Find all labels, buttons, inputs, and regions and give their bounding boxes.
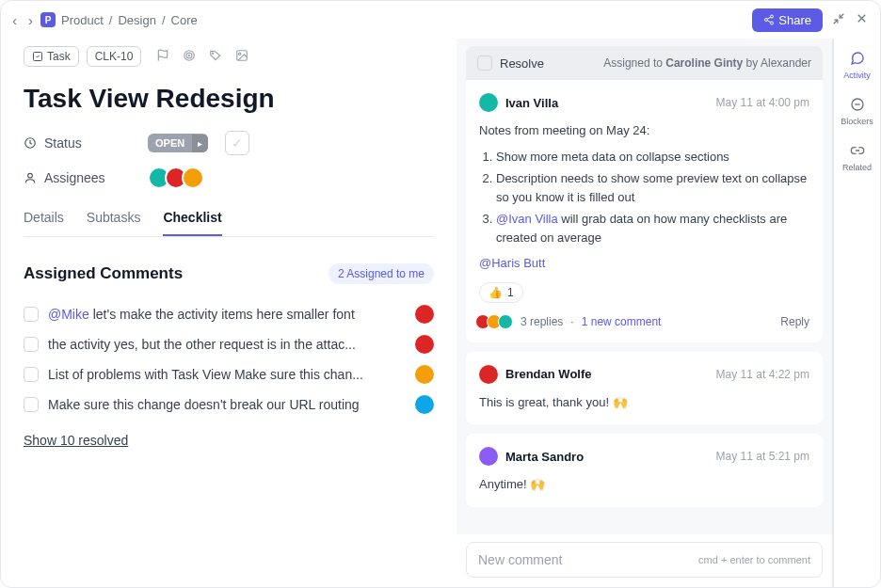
svg-point-7 — [213, 53, 214, 54]
comment-body: Notes from meeting on May 24: Show more … — [479, 121, 809, 273]
comment: Ivan VillaMay 11 at 4:00 pm Notes from m… — [466, 80, 823, 342]
list-item[interactable]: the activity yes, but the other request … — [24, 329, 434, 359]
svg-point-2 — [771, 22, 774, 24]
reaction-chip[interactable]: 👍1 — [479, 282, 523, 303]
comment-author: Ivan Villa — [505, 96, 558, 110]
comment: Marta SandroMay 11 at 5:21 pm Anytime! 🙌 — [466, 434, 823, 507]
composer-hint: cmd + enter to comment — [698, 554, 810, 565]
flag-icon[interactable] — [156, 49, 169, 65]
image-icon[interactable] — [235, 49, 248, 65]
task-pane: Task CLK-10 Task View Redesign Status OP… — [1, 39, 457, 587]
sidebar-item-activity[interactable]: Activity — [834, 48, 880, 83]
close-icon[interactable] — [855, 11, 869, 28]
avatar — [479, 93, 498, 112]
right-rail: Activity Blockers Related — [833, 39, 880, 587]
comment: Brendan WolfeMay 11 at 4:22 pm This is g… — [466, 352, 823, 425]
comment-author: Marta Sandro — [505, 450, 584, 464]
target-icon[interactable] — [183, 49, 196, 65]
link-icon — [850, 143, 865, 161]
activity-pane: Resolve Assigned to Caroline Ginty by Al… — [457, 39, 833, 587]
checkbox[interactable] — [24, 397, 39, 412]
check-square-icon — [32, 51, 43, 62]
list-item[interactable]: Make sure this change doesn't break our … — [24, 389, 434, 420]
resolve-bar: Resolve Assigned to Caroline Ginty by Al… — [466, 46, 823, 80]
replies-count[interactable]: 3 replies — [521, 315, 563, 328]
breadcrumb: P Product / Design / Core — [40, 12, 198, 27]
crumb-core[interactable]: Core — [171, 13, 198, 27]
assignee-avatars[interactable] — [148, 167, 204, 189]
list-item[interactable]: List of problems with Task View Make sur… — [24, 359, 434, 389]
comment-time: May 11 at 4:22 pm — [716, 368, 809, 381]
status-label: Status — [44, 135, 82, 151]
svg-point-9 — [239, 53, 241, 55]
new-comment-link[interactable]: 1 new comment — [582, 315, 662, 328]
tab-details[interactable]: Details — [24, 200, 64, 236]
resolve-checkbox[interactable] — [477, 56, 492, 71]
project-icon: P — [40, 12, 56, 27]
share-icon — [763, 14, 775, 25]
tab-checklist[interactable]: Checklist — [163, 200, 221, 236]
svg-point-11 — [28, 173, 33, 178]
avatar — [415, 305, 434, 324]
checkbox[interactable] — [24, 337, 39, 352]
task-id-chip[interactable]: CLK-10 — [87, 46, 142, 67]
checkbox[interactable] — [24, 307, 39, 322]
crumb-product[interactable]: Product — [61, 13, 104, 27]
assignees-label: Assignees — [44, 170, 105, 185]
share-button[interactable]: Share — [752, 8, 823, 32]
crumb-design[interactable]: Design — [118, 13, 155, 27]
tab-subtasks[interactable]: Subtasks — [87, 200, 141, 236]
avatar — [415, 335, 434, 354]
show-resolved-link[interactable]: Show 10 resolved — [24, 433, 434, 448]
task-type-chip[interactable]: Task — [24, 46, 79, 67]
comment-time: May 11 at 5:21 pm — [716, 450, 809, 463]
minimize-icon[interactable] — [832, 12, 845, 28]
comment-body: Anytime! 🙌 — [479, 475, 809, 494]
assigned-comments-list: @Mike let's make the activity items here… — [24, 299, 434, 420]
avatar — [415, 365, 434, 384]
svg-point-6 — [189, 55, 190, 56]
chat-icon — [850, 51, 865, 69]
comment-author: Brendan Wolfe — [505, 367, 592, 381]
topbar: ‹ › P Product / Design / Core Share — [1, 1, 880, 39]
list-item[interactable]: @Mike let's make the activity items here… — [24, 299, 434, 329]
reply-button[interactable]: Reply — [780, 315, 809, 328]
user-icon — [24, 171, 37, 184]
status-icon — [24, 136, 37, 150]
tag-icon[interactable] — [209, 49, 222, 65]
complete-checkbox[interactable]: ✓ — [225, 131, 249, 155]
assigned-info: Assigned to Caroline Ginty by Alexander — [603, 56, 811, 70]
avatar — [479, 365, 498, 384]
avatar — [415, 395, 434, 414]
checkbox[interactable] — [24, 367, 39, 382]
assigned-count-badge: 2 Assigned to me — [328, 263, 434, 284]
mention-link[interactable]: @Haris Butt — [479, 256, 545, 270]
comment-body: This is great, thank you! 🙌 — [479, 393, 809, 412]
resolve-label: Resolve — [500, 56, 544, 71]
task-title: Task View Redesign — [24, 84, 434, 114]
svg-point-0 — [771, 15, 774, 18]
sidebar-item-blockers[interactable]: Blockers — [834, 94, 880, 129]
comment-time: May 11 at 4:00 pm — [716, 96, 809, 109]
svg-point-1 — [765, 19, 768, 22]
status-chip[interactable]: OPEN ▸ — [148, 134, 208, 152]
assigned-comments-heading: Assigned Comments — [24, 264, 183, 283]
new-comment-input[interactable]: New comment cmd + enter to comment — [466, 542, 823, 578]
avatar — [479, 447, 498, 466]
sidebar-item-related[interactable]: Related — [834, 140, 880, 175]
block-icon — [850, 97, 865, 115]
nav-forward-icon[interactable]: › — [28, 12, 33, 28]
nav-back-icon[interactable]: ‹ — [12, 12, 17, 28]
